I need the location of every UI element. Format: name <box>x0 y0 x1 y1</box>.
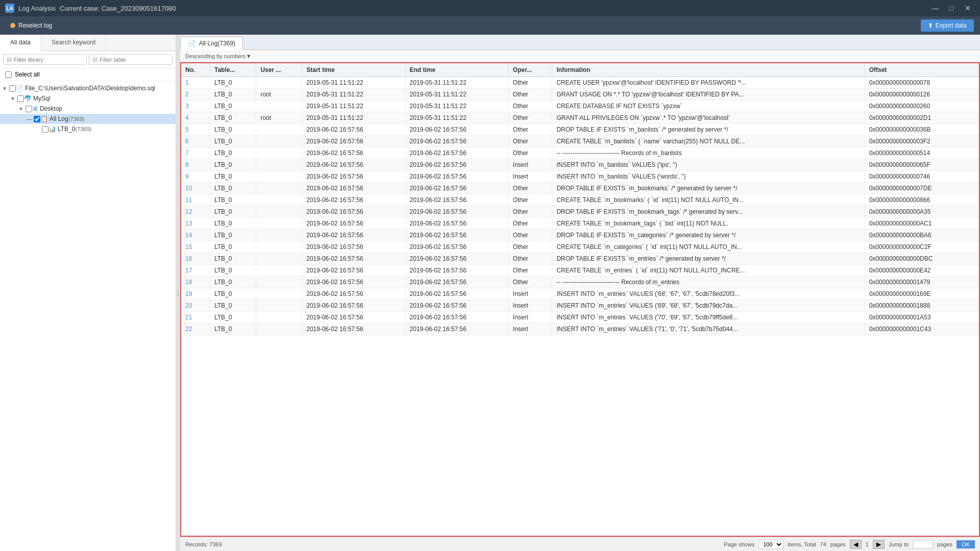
cell-start-time: 2019-06-02 16:57:56 <box>302 147 405 159</box>
cell-no: 13 <box>181 218 210 230</box>
reselect-label: Reselect log <box>18 22 52 29</box>
table-row[interactable]: 15 LTB_0 2019-06-02 16:57:56 2019-06-02 … <box>181 241 979 253</box>
cell-offset: 0x000000000000169E <box>865 288 978 300</box>
content-tab-icon: 📄 <box>188 40 195 47</box>
cell-offset: 0x00000000000007DE <box>865 183 978 194</box>
cell-table: LTB_0 <box>210 147 256 159</box>
cell-end-time: 2019-06-02 16:57:56 <box>405 171 508 183</box>
table-row[interactable]: 12 LTB_0 2019-06-02 16:57:56 2019-06-02 … <box>181 206 979 218</box>
cell-oper: Other <box>508 101 552 112</box>
cell-end-time: 2019-06-02 16:57:56 <box>405 241 508 253</box>
table-row[interactable]: 7 LTB_0 2019-06-02 16:57:56 2019-06-02 1… <box>181 147 979 159</box>
page-shows-label: Page shows <box>724 541 754 547</box>
table-row[interactable]: 2 LTB_0 root 2019-05-31 11:51:22 2019-05… <box>181 89 979 101</box>
table-row[interactable]: 17 LTB_0 2019-06-02 16:57:56 2019-06-02 … <box>181 265 979 277</box>
tree-arrow-mysql: ▼ <box>10 96 17 102</box>
sort-label: Descending by numbers <box>185 53 246 59</box>
cell-oper: Other <box>508 147 552 159</box>
cell-oper: Insert <box>508 312 552 323</box>
cell-information: DROP TABLE IF EXISTS `m_banlists` /* gen… <box>552 124 865 136</box>
table-row[interactable]: 20 LTB_0 2019-06-02 16:57:56 2019-06-02 … <box>181 300 979 312</box>
cell-end-time: 2019-05-31 11:51:22 <box>405 101 508 112</box>
table-row[interactable]: 6 LTB_0 2019-06-02 16:57:56 2019-06-02 1… <box>181 136 979 147</box>
cell-oper: Insert <box>508 300 552 312</box>
cell-table: LTB_0 <box>210 171 256 183</box>
table-row[interactable]: 16 LTB_0 2019-06-02 16:57:56 2019-06-02 … <box>181 253 979 265</box>
tree-item-desktop[interactable]: ▼ 🖥 Desktop <box>0 104 176 114</box>
tree-item-mysql[interactable]: ▼ 🐬 MySql <box>0 93 176 104</box>
table-row[interactable]: 1 LTB_0 2019-05-31 11:51:22 2019-05-31 1… <box>181 77 979 89</box>
resize-handle[interactable]: ⋮ <box>176 35 180 551</box>
cell-information: -- ---------------------------- Records … <box>552 147 865 159</box>
cell-no: 20 <box>181 300 210 312</box>
tree-checkbox-ltb0[interactable] <box>42 126 48 133</box>
cell-user <box>256 312 302 323</box>
table-row[interactable]: 13 LTB_0 2019-06-02 16:57:56 2019-06-02 … <box>181 218 979 230</box>
next-page-button[interactable]: ▶ <box>873 540 885 549</box>
records-count: 7369 <box>209 541 222 547</box>
cell-start-time: 2019-06-02 16:57:56 <box>302 194 405 206</box>
table-row[interactable]: 3 LTB_0 2019-05-31 11:51:22 2019-05-31 1… <box>181 101 979 112</box>
cell-user <box>256 218 302 230</box>
col-oper: Oper... <box>508 63 552 77</box>
tab-search-keyword[interactable]: Search keyword <box>41 35 106 51</box>
table-row[interactable]: 8 LTB_0 2019-06-02 16:57:56 2019-06-02 1… <box>181 159 979 171</box>
cell-end-time: 2019-06-02 16:57:56 <box>405 288 508 300</box>
cell-information: CREATE TABLE `m_categories` ( `id` int(1… <box>552 241 865 253</box>
select-all-checkbox[interactable] <box>5 71 12 78</box>
table-header-row: No. Table... User ... Start time End tim… <box>181 63 979 77</box>
case-title: Current case: Case_202309051617080 <box>60 5 176 12</box>
cell-no: 9 <box>181 171 210 183</box>
tree-item-ltb0[interactable]: ▶ 📊 LTB_0 (7369) <box>0 124 176 134</box>
maximize-button[interactable]: □ <box>944 3 959 13</box>
tree-count-alllog: (7369) <box>68 116 85 122</box>
page-size-select[interactable]: 100 50 200 500 <box>758 540 783 549</box>
jump-ok-button[interactable]: OK <box>957 540 975 548</box>
cell-start-time: 2019-06-02 16:57:56 <box>302 300 405 312</box>
filter-table-input[interactable] <box>100 57 169 63</box>
minimize-button[interactable]: — <box>928 3 942 13</box>
tree-checkbox-alllog[interactable] <box>34 116 40 122</box>
table-row[interactable]: 14 LTB_0 2019-06-02 16:57:56 2019-06-02 … <box>181 230 979 241</box>
cell-user <box>256 124 302 136</box>
filter-library-input[interactable] <box>14 57 83 63</box>
tree-label-file: File_C:\Users\SalvationDATA\Desktop\demo… <box>25 85 155 92</box>
table-row[interactable]: 9 LTB_0 2019-06-02 16:57:56 2019-06-02 1… <box>181 171 979 183</box>
col-end-time: End time <box>405 63 508 77</box>
tree-checkbox-mysql[interactable] <box>17 95 24 102</box>
tree-item-file[interactable]: ▼ 📄 File_C:\Users\SalvationDATA\Desktop\… <box>0 83 176 93</box>
tree-checkbox-desktop[interactable] <box>26 106 32 112</box>
table-row[interactable]: 19 LTB_0 2019-06-02 16:57:56 2019-06-02 … <box>181 288 979 300</box>
prev-page-button[interactable]: ◀ <box>850 540 862 549</box>
cell-oper: Other <box>508 89 552 101</box>
cell-table: LTB_0 <box>210 323 256 335</box>
cell-oper: Other <box>508 124 552 136</box>
close-button[interactable]: ✕ <box>961 3 975 13</box>
cell-table: LTB_0 <box>210 265 256 277</box>
tree-arrow-file: ▼ <box>2 86 9 91</box>
table-row[interactable]: 4 LTB_0 root 2019-05-31 11:51:22 2019-05… <box>181 112 979 124</box>
table-row[interactable]: 22 LTB_0 2019-06-02 16:57:56 2019-06-02 … <box>181 323 979 335</box>
table-row[interactable]: 18 LTB_0 2019-06-02 16:57:56 2019-06-02 … <box>181 277 979 288</box>
table-row[interactable]: 10 LTB_0 2019-06-02 16:57:56 2019-06-02 … <box>181 183 979 194</box>
table-row[interactable]: 21 LTB_0 2019-06-02 16:57:56 2019-06-02 … <box>181 312 979 323</box>
jump-to-input[interactable] <box>913 540 933 548</box>
cell-start-time: 2019-06-02 16:57:56 <box>302 253 405 265</box>
content-tab-alllog[interactable]: 📄 All Log(7369) <box>180 37 243 50</box>
table-row[interactable]: 11 LTB_0 2019-06-02 16:57:56 2019-06-02 … <box>181 194 979 206</box>
export-data-button[interactable]: ⬆ Export data <box>921 19 974 32</box>
cell-offset: 0x0000000000000078 <box>865 77 978 89</box>
cell-table: LTB_0 <box>210 241 256 253</box>
table-row[interactable]: 5 LTB_0 2019-06-02 16:57:56 2019-06-02 1… <box>181 124 979 136</box>
tree-checkbox-file[interactable] <box>9 85 16 92</box>
tree-item-alllog[interactable]: — 📋 All Log (7369) <box>0 114 176 124</box>
cell-table: LTB_0 <box>210 230 256 241</box>
cell-no: 19 <box>181 288 210 300</box>
cell-user <box>256 171 302 183</box>
cell-information: CREATE TABLE `m_bookmarks` ( `id` int(11… <box>552 194 865 206</box>
records-info: Records: 7369 <box>185 541 222 547</box>
cell-no: 2 <box>181 89 210 101</box>
reselect-log-button[interactable]: Reselect log <box>6 20 56 31</box>
window-controls: — □ ✕ <box>928 3 975 13</box>
tab-all-data[interactable]: All data <box>0 35 41 51</box>
